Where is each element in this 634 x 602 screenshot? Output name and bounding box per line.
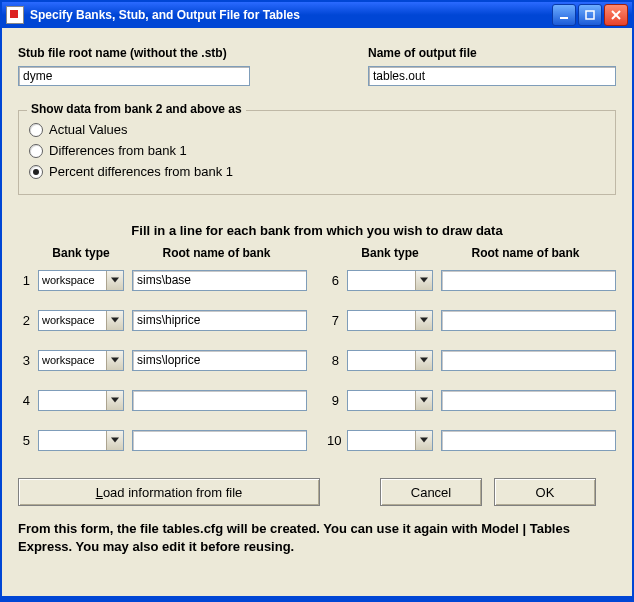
output-input[interactable] xyxy=(368,66,616,86)
minimize-button[interactable] xyxy=(552,4,576,26)
svg-marker-8 xyxy=(111,438,119,443)
radio-actual-row[interactable]: Actual Values xyxy=(29,119,605,140)
bank-name-input[interactable] xyxy=(441,310,616,331)
svg-marker-9 xyxy=(420,278,428,283)
chevron-down-icon[interactable] xyxy=(415,351,432,370)
cancel-button[interactable]: Cancel xyxy=(380,478,482,506)
title-bar[interactable]: Specify Banks, Stub, and Output File for… xyxy=(2,2,632,28)
svg-marker-5 xyxy=(111,318,119,323)
stub-input[interactable] xyxy=(18,66,250,86)
bank-row: 5 xyxy=(18,420,307,460)
bank-row: 8 xyxy=(327,340,616,380)
radio-diff-row[interactable]: Differences from bank 1 xyxy=(29,140,605,161)
radio-diff[interactable] xyxy=(29,144,43,158)
bank-row: 2workspace xyxy=(18,300,307,340)
bank-name-input[interactable] xyxy=(132,390,307,411)
chevron-down-icon[interactable] xyxy=(106,271,123,290)
chevron-down-icon[interactable] xyxy=(106,311,123,330)
ok-button-label: OK xyxy=(536,485,555,500)
bank-name-input[interactable] xyxy=(441,270,616,291)
svg-marker-10 xyxy=(420,318,428,323)
bank-row: 4 xyxy=(18,380,307,420)
load-button-label: Load information from file xyxy=(96,485,243,500)
svg-marker-11 xyxy=(420,358,428,363)
radio-pct-label: Percent differences from bank 1 xyxy=(49,164,233,179)
bank-row: 9 xyxy=(327,380,616,420)
load-from-file-button[interactable]: Load information from file xyxy=(18,478,320,506)
bank-number: 5 xyxy=(18,433,30,448)
chevron-down-icon[interactable] xyxy=(415,431,432,450)
bank-name-input[interactable] xyxy=(441,430,616,451)
chevron-down-icon[interactable] xyxy=(106,351,123,370)
instruction-text: Fill in a line for each bank from which … xyxy=(18,223,616,238)
svg-marker-6 xyxy=(111,358,119,363)
output-label: Name of output file xyxy=(368,46,616,60)
bank-row: 3workspace xyxy=(18,340,307,380)
bank-type-value: workspace xyxy=(39,354,106,366)
bank-type-select[interactable]: workspace xyxy=(38,270,124,291)
chevron-down-icon[interactable] xyxy=(415,391,432,410)
bank-type-select[interactable]: workspace xyxy=(38,310,124,331)
svg-marker-4 xyxy=(111,278,119,283)
bank-type-select[interactable] xyxy=(347,350,433,371)
bank-number: 9 xyxy=(327,393,339,408)
bank-type-select[interactable] xyxy=(347,270,433,291)
bank-row: 7 xyxy=(327,300,616,340)
bank-type-select[interactable] xyxy=(38,430,124,451)
bank-number: 7 xyxy=(327,313,339,328)
svg-marker-7 xyxy=(111,398,119,403)
header-banktype-right: Bank type xyxy=(345,246,435,260)
bank-type-select[interactable] xyxy=(347,390,433,411)
radio-pct-row[interactable]: Percent differences from bank 1 xyxy=(29,161,605,182)
window-frame: Specify Banks, Stub, and Output File for… xyxy=(0,0,634,602)
bank-name-input[interactable] xyxy=(441,350,616,371)
close-button[interactable] xyxy=(604,4,628,26)
header-bankname-left: Root name of bank xyxy=(126,246,307,260)
bank-row: 6 xyxy=(327,260,616,300)
bank-type-value: workspace xyxy=(39,314,106,326)
bank-type-select[interactable] xyxy=(347,310,433,331)
bank-row: 10 xyxy=(327,420,616,460)
app-icon xyxy=(6,6,24,24)
footnote-text: From this form, the file tables.cfg will… xyxy=(18,520,616,555)
bank-type-select[interactable] xyxy=(347,430,433,451)
chevron-down-icon[interactable] xyxy=(415,311,432,330)
bank-name-input[interactable] xyxy=(132,430,307,451)
banks-right-col: Bank type Root name of bank 678910 xyxy=(327,246,616,460)
chevron-down-icon[interactable] xyxy=(106,431,123,450)
cancel-button-label: Cancel xyxy=(411,485,451,500)
bank-number: 6 xyxy=(327,273,339,288)
bank-name-input[interactable] xyxy=(132,350,307,371)
bank-type-value: workspace xyxy=(39,274,106,286)
bank-number: 4 xyxy=(18,393,30,408)
bank-number: 1 xyxy=(18,273,30,288)
bank-type-select[interactable]: workspace xyxy=(38,350,124,371)
chevron-down-icon[interactable] xyxy=(415,271,432,290)
ok-button[interactable]: OK xyxy=(494,478,596,506)
svg-rect-1 xyxy=(586,11,594,19)
bank-name-input[interactable] xyxy=(132,310,307,331)
bank-type-select[interactable] xyxy=(38,390,124,411)
radio-pct[interactable] xyxy=(29,165,43,179)
group-legend: Show data from bank 2 and above as xyxy=(27,102,246,116)
svg-rect-0 xyxy=(560,17,568,19)
chevron-down-icon[interactable] xyxy=(106,391,123,410)
svg-marker-13 xyxy=(420,438,428,443)
bank-number: 3 xyxy=(18,353,30,368)
radio-diff-label: Differences from bank 1 xyxy=(49,143,187,158)
radio-actual[interactable] xyxy=(29,123,43,137)
bank-name-input[interactable] xyxy=(132,270,307,291)
header-bankname-right: Root name of bank xyxy=(435,246,616,260)
banks-left-col: Bank type Root name of bank 1workspace2w… xyxy=(18,246,307,460)
display-mode-group: Show data from bank 2 and above as Actua… xyxy=(18,110,616,195)
bank-row: 1workspace xyxy=(18,260,307,300)
header-banktype-left: Bank type xyxy=(36,246,126,260)
stub-label: Stub file root name (without the .stb) xyxy=(18,46,250,60)
bank-name-input[interactable] xyxy=(441,390,616,411)
bank-number: 8 xyxy=(327,353,339,368)
bank-number: 10 xyxy=(327,433,339,448)
client-area: Stub file root name (without the .stb) N… xyxy=(2,28,632,596)
svg-marker-12 xyxy=(420,398,428,403)
window-title: Specify Banks, Stub, and Output File for… xyxy=(30,8,552,22)
maximize-button[interactable] xyxy=(578,4,602,26)
